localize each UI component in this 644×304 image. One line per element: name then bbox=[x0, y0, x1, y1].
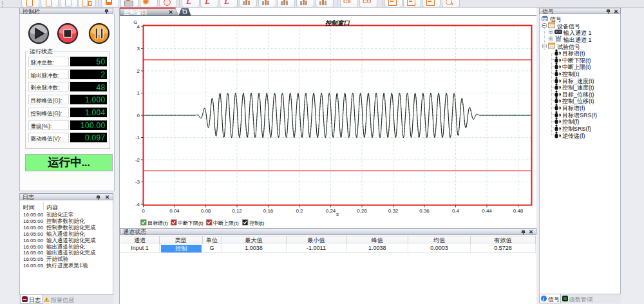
svg-text:-1: -1 bbox=[135, 135, 140, 140]
svg-text:0.08: 0.08 bbox=[201, 208, 211, 214]
svg-text:-3: -3 bbox=[135, 179, 140, 185]
svg-text:0.44: 0.44 bbox=[482, 208, 492, 214]
svg-text:0.16: 0.16 bbox=[263, 208, 274, 214]
svg-text:0.28: 0.28 bbox=[357, 208, 367, 214]
svg-text:0.04: 0.04 bbox=[169, 208, 180, 214]
svg-text:中断下限(t): 中断下限(t) bbox=[178, 220, 204, 226]
svg-text:0.32: 0.32 bbox=[388, 208, 399, 214]
svg-text:G: G bbox=[133, 19, 137, 25]
svg-text:3: 3 bbox=[137, 46, 140, 52]
svg-text:中断上限(t): 中断上限(t) bbox=[213, 220, 239, 226]
svg-text:1: 1 bbox=[137, 90, 140, 96]
svg-text:-2: -2 bbox=[135, 157, 140, 163]
svg-text:-4: -4 bbox=[135, 202, 140, 207]
svg-text:s: s bbox=[336, 211, 339, 217]
svg-text:目标谱(t): 目标谱(t) bbox=[147, 220, 168, 226]
svg-text:控制(t): 控制(t) bbox=[249, 220, 265, 226]
svg-text:0: 0 bbox=[137, 113, 140, 119]
svg-text:0: 0 bbox=[142, 208, 145, 214]
svg-text:控制窗口: 控制窗口 bbox=[325, 19, 350, 26]
svg-text:4: 4 bbox=[137, 24, 140, 30]
svg-text:2: 2 bbox=[137, 68, 140, 74]
svg-text:0.12: 0.12 bbox=[232, 208, 242, 214]
svg-text:控制窗口: 控制窗口 bbox=[124, 9, 147, 15]
svg-text:0.2: 0.2 bbox=[296, 208, 303, 214]
svg-text:0.36: 0.36 bbox=[419, 208, 430, 214]
svg-text:0.24: 0.24 bbox=[326, 208, 336, 214]
svg-text:0.4: 0.4 bbox=[452, 208, 460, 214]
svg-text:0.48: 0.48 bbox=[513, 208, 524, 214]
